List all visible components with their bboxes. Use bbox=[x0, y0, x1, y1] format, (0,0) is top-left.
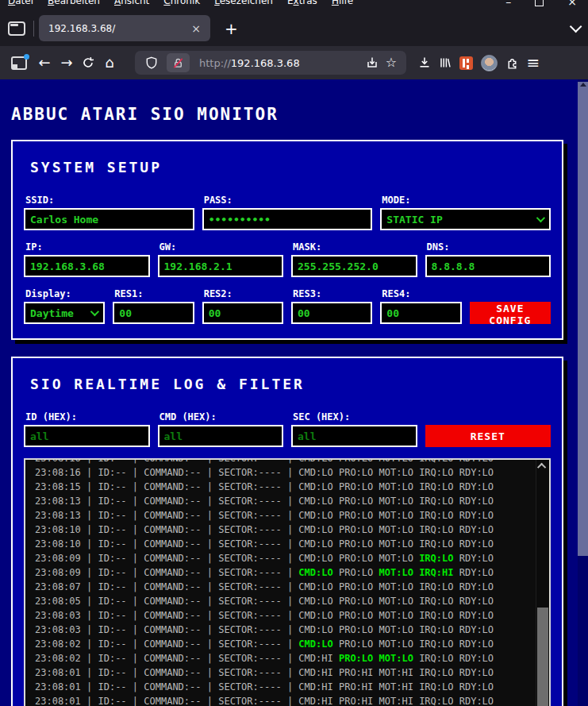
ip-input[interactable] bbox=[24, 255, 150, 277]
log-row: 23:08:13 | ID:-- | COMMAND:-- | SECTOR:-… bbox=[35, 508, 549, 523]
library-icon[interactable] bbox=[435, 56, 455, 69]
minimize-button[interactable]: – bbox=[505, 0, 511, 6]
tracking-shield-icon[interactable] bbox=[141, 56, 162, 69]
menu-lesezeichen[interactable]: Lesezeichen bbox=[214, 0, 273, 10]
menu-ansicht[interactable]: Ansicht bbox=[114, 0, 149, 10]
log-row: 23:08:16 | ID:-- | COMMAND:-- | SECTOR:-… bbox=[35, 458, 549, 465]
url-text[interactable]: http://192.168.3.68 bbox=[199, 57, 362, 69]
log-row: 23:08:01 | ID:-- | COMMAND:-- | SECTOR:-… bbox=[35, 665, 549, 680]
filter-sec-label: SEC (HEX): bbox=[293, 411, 417, 422]
res2-label: RES2: bbox=[204, 288, 283, 299]
tab-separator bbox=[33, 21, 34, 37]
page-scrollbar-thumb[interactable] bbox=[578, 82, 588, 556]
back-button[interactable]: ← bbox=[33, 56, 56, 70]
reset-button[interactable]: RESET bbox=[425, 425, 551, 447]
ip-label: IP: bbox=[25, 241, 150, 253]
hamburger-menu-icon[interactable]: ≡ bbox=[522, 53, 544, 72]
log-row: 23:08:01 | ID:-- | COMMAND:-- | SECTOR:-… bbox=[35, 680, 549, 694]
menu-chronik[interactable]: Chronik bbox=[163, 0, 200, 10]
forward-button[interactable]: → bbox=[56, 56, 78, 70]
log-row: 23:08:05 | ID:-- | COMMAND:-- | SECTOR:-… bbox=[35, 594, 549, 608]
log-scrollbar-thumb[interactable] bbox=[537, 608, 548, 706]
mode-select[interactable]: STATIC IP bbox=[380, 208, 551, 230]
page-title: ABBUC ATARI SIO MONITOR bbox=[11, 105, 578, 124]
menu-datei[interactable]: Datei bbox=[8, 0, 33, 10]
menu-bar: DateiBearbeitenAnsichtChronikLesezeichen… bbox=[0, 0, 588, 10]
log-row: 23:08:03 | ID:-- | COMMAND:-- | SECTOR:-… bbox=[35, 623, 549, 637]
ssid-label: SSID: bbox=[25, 195, 194, 206]
mode-label: MODE: bbox=[382, 195, 551, 206]
pass-input[interactable] bbox=[202, 208, 373, 230]
display-select[interactable]: Daytime bbox=[24, 302, 105, 324]
firefox-view-toolbar-icon[interactable] bbox=[11, 56, 27, 70]
mask-input[interactable] bbox=[291, 255, 417, 277]
bookmark-star-icon[interactable]: ☆ bbox=[382, 56, 400, 70]
res1-label: RES1: bbox=[114, 288, 194, 299]
filter-cmd-label: CMD (HEX): bbox=[159, 411, 284, 422]
log-row: 23:08:02 | ID:-- | COMMAND:-- | SECTOR:-… bbox=[35, 651, 549, 665]
log-scrollbar[interactable] bbox=[536, 460, 549, 706]
log-row: 23:08:09 | ID:-- | COMMAND:-- | SECTOR:-… bbox=[35, 551, 549, 565]
filter-sec-input[interactable] bbox=[291, 425, 417, 447]
display-label: Display: bbox=[25, 288, 105, 299]
log-scroll-up-button[interactable] bbox=[536, 460, 549, 473]
reload-icon[interactable] bbox=[78, 56, 98, 69]
home-button[interactable]: ⌂ bbox=[98, 56, 121, 70]
log-row: 23:08:16 | ID:-- | COMMAND:-- | SECTOR:-… bbox=[35, 465, 549, 480]
gw-label: GW: bbox=[159, 241, 284, 253]
filter-cmd-input[interactable] bbox=[158, 425, 284, 447]
maximize-button[interactable] bbox=[535, 0, 544, 6]
lock-insecure-icon bbox=[172, 57, 184, 69]
log-row: 23:08:02 | ID:-- | COMMAND:-- | SECTOR:-… bbox=[35, 637, 549, 651]
res4-label: RES4: bbox=[382, 288, 461, 299]
insecure-lock-chip[interactable] bbox=[167, 53, 190, 72]
log-row: 23:08:09 | ID:-- | COMMAND:-- | SECTOR:-… bbox=[35, 565, 549, 580]
res3-label: RES3: bbox=[293, 288, 372, 299]
page-scrollbar[interactable] bbox=[578, 79, 588, 706]
res3-input[interactable] bbox=[291, 302, 372, 324]
log-row: 23:08:10 | ID:-- | COMMAND:-- | SECTOR:-… bbox=[35, 523, 549, 537]
tab-list-chevron-icon[interactable] bbox=[570, 21, 582, 33]
system-setup-heading: SYSTEM SETUP bbox=[30, 159, 551, 176]
window-controls: – × bbox=[505, 0, 588, 10]
menu-extras[interactable]: Extras bbox=[287, 0, 317, 10]
new-tab-button[interactable]: + bbox=[220, 19, 243, 38]
ssid-input[interactable] bbox=[24, 208, 194, 230]
navigation-toolbar: ← → ⌂ http://192.168.3.68 ☆ bbox=[0, 46, 588, 79]
log-row: 23:08:03 | ID:-- | COMMAND:-- | SECTOR:-… bbox=[35, 608, 549, 623]
dns-input[interactable] bbox=[425, 255, 551, 277]
browser-tab[interactable]: 192.168.3.68/ × bbox=[39, 15, 210, 41]
log-row: 23:08:10 | ID:-- | COMMAND:-- | SECTOR:-… bbox=[35, 537, 549, 551]
res2-input[interactable] bbox=[202, 302, 283, 324]
menu-bearbeiten[interactable]: Bearbeiten bbox=[48, 0, 100, 10]
url-host: 192.168.3.68 bbox=[231, 57, 300, 69]
save-config-button[interactable]: SAVE CONFIG bbox=[470, 302, 551, 324]
profile-avatar[interactable] bbox=[481, 55, 498, 71]
page-content: ABBUC ATARI SIO MONITOR SYSTEM SETUP SSI… bbox=[0, 79, 578, 706]
chevron-up-icon bbox=[537, 463, 546, 472]
log-row: 23:08:07 | ID:-- | COMMAND:-- | SECTOR:-… bbox=[35, 580, 549, 594]
log-box: 23:08:16 | ID:-- | COMMAND:-- | SECTOR:-… bbox=[24, 458, 551, 706]
log-row: 23:08:13 | ID:-- | COMMAND:-- | SECTOR:-… bbox=[35, 494, 549, 508]
menu-hilfe[interactable]: Hilfe bbox=[332, 0, 353, 10]
filter-id-input[interactable] bbox=[24, 425, 150, 447]
sio-log-heading: SIO REALTIME LOG & FILTER bbox=[30, 376, 551, 392]
log-row: 23:08:01 | ID:-- | COMMAND:-- | SECTOR:-… bbox=[35, 694, 549, 706]
close-button[interactable]: × bbox=[567, 0, 577, 6]
res4-input[interactable] bbox=[380, 302, 461, 324]
url-bar[interactable]: http://192.168.3.68 ☆ bbox=[135, 51, 406, 75]
firefox-view-icon[interactable] bbox=[8, 21, 25, 36]
extension-badge-icon[interactable] bbox=[459, 56, 473, 70]
extensions-puzzle-icon[interactable] bbox=[502, 56, 522, 70]
gw-input[interactable] bbox=[158, 255, 284, 277]
dns-label: DNS: bbox=[427, 241, 551, 253]
sio-log-panel: SIO REALTIME LOG & FILTER ID (HEX): CMD … bbox=[11, 357, 563, 706]
tab-close-icon[interactable]: × bbox=[188, 22, 204, 35]
res1-input[interactable] bbox=[113, 302, 194, 324]
browser-window: DateiBearbeitenAnsichtChronikLesezeichen… bbox=[0, 0, 588, 706]
mode-select-value: STATIC IP bbox=[386, 214, 536, 226]
display-select-value: Daytime bbox=[30, 307, 90, 319]
log-row: 23:08:15 | ID:-- | COMMAND:-- | SECTOR:-… bbox=[35, 480, 549, 494]
save-page-icon[interactable] bbox=[362, 56, 382, 69]
downloads-icon[interactable] bbox=[414, 56, 435, 69]
